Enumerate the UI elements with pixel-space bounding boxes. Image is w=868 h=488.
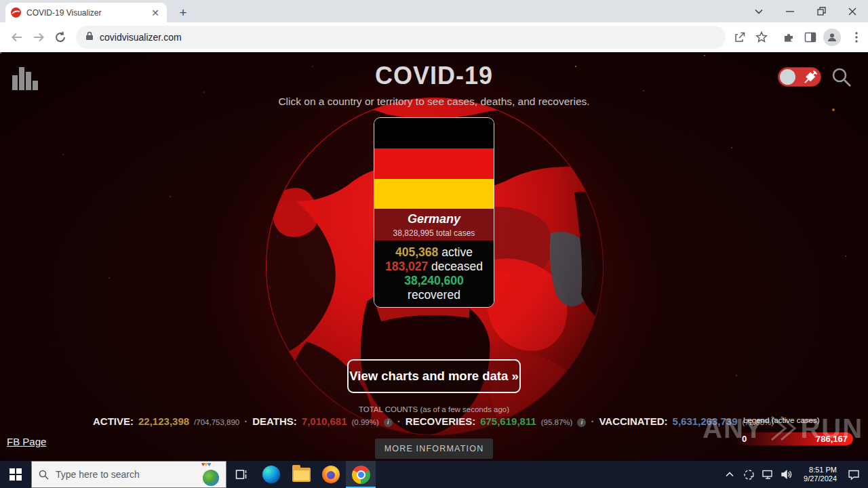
file-explorer-taskbar-icon[interactable] [286,461,316,488]
separator-dot: · [244,415,248,427]
view-charts-button[interactable]: View charts and more data » [347,359,521,393]
back-button[interactable] [8,28,26,46]
chrome-taskbar-icon[interactable] [346,461,376,488]
country-active-line: 405,368 active [395,245,473,260]
taskbar-search-icon [39,470,49,480]
separator-dot: · [591,415,594,427]
separator-dot: · [397,415,401,427]
stat-recoveries-value: 675,619,811 [480,415,536,427]
share-icon[interactable] [731,28,749,46]
taskbar-clock[interactable]: 8:51 PM 9/27/2024 [797,466,840,483]
more-information-button[interactable]: MORE INFORMATION [375,439,493,459]
country-tooltip-card: Germany 38,828,995 total cases 405,368 a… [374,117,494,308]
legend-title: Legend (active cases) [743,416,820,424]
page-title: COVID-19 [0,62,868,90]
minimize-button[interactable] [774,0,806,22]
menu-kebab-icon[interactable] [848,28,865,46]
browser-tab[interactable]: COVID-19 Visualizer ✕ [5,3,167,22]
country-stats: 405,368 active 183,027 deceased 38,240,6… [374,241,494,307]
germany-flag-gold-stripe [374,179,494,209]
lock-icon [85,31,94,43]
restore-button[interactable] [806,0,837,22]
total-counts-label: TOTAL COUNTS (as of a few seconds ago) [0,405,868,413]
syringe-icon [803,70,818,85]
legend-max: 786,167 [816,434,848,444]
extensions-puzzle-icon[interactable] [780,28,797,46]
search-placeholder-text: Type here to search [56,469,140,480]
stat-active-value: 22,123,398 [138,415,189,427]
forward-button[interactable] [30,28,47,46]
country-header: Germany 38,828,995 total cases [374,209,494,241]
edge-taskbar-icon[interactable] [256,461,286,488]
stat-vaccinated-label: VACCINATED: [599,415,667,427]
close-window-button[interactable] [837,0,868,22]
bookmark-star-icon[interactable] [753,28,770,46]
windows-logo-icon [9,468,22,481]
legend-min: 0 [742,434,747,444]
stat-vaccinated-value: 5,631,263,739 [673,415,738,427]
stat-active-label: ACTIVE: [93,415,134,427]
url-text: covidvisualizer.com [100,32,182,43]
stat-deaths-value: 7,010,681 [302,415,347,427]
country-recovered-label: recovered [408,288,460,302]
windows-taskbar: Type here to search ♥♥♥ [0,461,868,488]
tray-dashed-circle-icon[interactable] [741,461,757,488]
germany-flag-red-stripe [374,148,494,179]
country-recovered-value: 38,240,600 [404,274,464,288]
tab-close-icon[interactable]: ✕ [149,7,161,18]
clock-time: 8:51 PM [800,466,837,474]
url-bar[interactable]: covidvisualizer.com [76,26,726,49]
info-icon[interactable]: i [577,418,586,427]
stat-recoveries-label: RECOVERIES: [406,415,475,427]
stat-deaths-pct: (0.99%) [352,418,379,426]
legend-gradient-bar: 0 786,167 [736,432,853,445]
volume-icon[interactable] [778,461,795,488]
browser-toolbar: covidvisualizer.com [0,22,868,52]
site-favicon-icon [11,7,21,18]
global-stats-bar: ACTIVE: 22,123,398 /704,753,890 · DEATHS… [93,415,774,428]
stat-active-total: /704,753,890 [194,418,239,426]
network-icon[interactable] [760,461,776,488]
tab-search-chevron-icon[interactable] [743,0,774,22]
reload-button[interactable] [52,28,69,46]
fb-page-link[interactable]: FB Page [7,436,46,447]
page-subtitle: Click on a country or territory to see c… [0,96,868,108]
search-icon[interactable] [830,66,853,92]
germany-flag-black-stripe [374,118,494,148]
action-center-icon[interactable] [842,461,865,488]
task-view-button[interactable] [226,461,256,488]
start-button[interactable] [0,461,31,488]
side-panel-icon[interactable] [802,28,819,46]
clock-date: 9/27/2024 [800,474,837,483]
search-highlight-earth-icon[interactable]: ♥♥♥ [201,465,222,485]
firefox-taskbar-icon[interactable] [316,461,346,488]
new-tab-button[interactable]: + [175,5,191,21]
country-total-cases: 38,828,995 total cases [393,228,475,238]
tab-title: COVID-19 Visualizer [26,8,149,18]
browser-tab-strip: COVID-19 Visualizer ✕ + [0,0,868,22]
screen: COVID-19 Visualizer ✕ + [0,0,868,488]
background-stars [0,52,1,54]
vaccination-mode-toggle[interactable] [778,67,821,87]
profile-avatar[interactable] [823,28,841,46]
stat-recoveries-pct: (95.87%) [541,418,573,426]
stat-deaths-label: DEATHS: [252,415,297,427]
country-name: Germany [408,212,460,226]
info-icon[interactable]: i [384,418,393,427]
toggle-thumb [780,69,795,85]
country-deceased-line: 183,027 deceased [385,260,483,274]
tray-chevron-up-icon[interactable] [722,461,738,488]
taskbar-search-box[interactable]: Type here to search ♥♥♥ [31,461,226,488]
covid-visualizer-page: COVID-19 Click on a country or territory… [0,52,868,461]
